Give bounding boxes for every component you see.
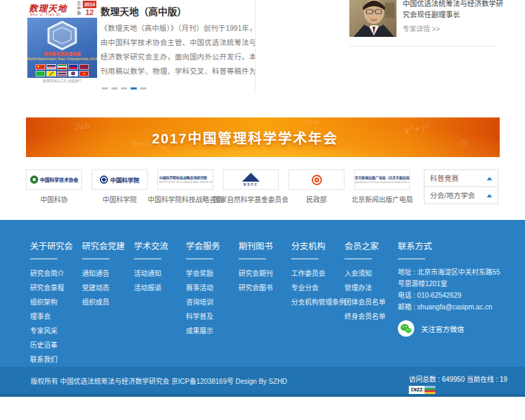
partner-caption: 中国科学院 bbox=[103, 194, 137, 204]
wechat-icon bbox=[398, 320, 414, 337]
panel-label: 分会/地方学会 bbox=[430, 191, 475, 199]
panel-science-contest[interactable]: 科普竞赛 bbox=[424, 169, 498, 187]
footer-link[interactable]: 研究会简介 bbox=[30, 266, 73, 281]
footer-link[interactable]: 研究会期刊 bbox=[239, 266, 273, 281]
flag-icon bbox=[57, 71, 67, 76]
carousel-dot[interactable] bbox=[121, 87, 127, 89]
partner-casisd[interactable]: 中国科学院科技战略咨询研究院 INSTITUTES OF SCIENCE AND… bbox=[157, 169, 213, 190]
cover-caption: 数理天地杂志社 出版发行 bbox=[27, 78, 97, 83]
flag-icon bbox=[68, 71, 78, 76]
cover-artwork: 世界数学团体锦标赛 World Mathematics Team Champio… bbox=[27, 18, 97, 78]
panel-label: 科普竞赛 bbox=[430, 174, 459, 182]
partner-cas[interactable]: 中国科学院 中国科学院 bbox=[92, 169, 148, 190]
footer-link[interactable]: 通知通告 bbox=[82, 266, 125, 281]
flag-icon bbox=[79, 71, 89, 76]
footer-link[interactable]: 科学普及 bbox=[186, 309, 220, 324]
partner-mca[interactable]: 民政部 bbox=[288, 169, 345, 190]
footer-link[interactable]: 工作委员会 bbox=[291, 266, 346, 281]
footer-link[interactable]: 咨询培训 bbox=[186, 295, 220, 309]
footer-column: 期刊图书研究会期刊研究会图书 bbox=[239, 239, 273, 295]
partner-caption: 中国科学院科技战略咨询 bbox=[148, 194, 223, 204]
contact-address: 地址 : 北京市海淀区中关村东路55号思源楼1201室 bbox=[398, 266, 506, 290]
stats-line: 访问总数 : 649950 当前在线 : 19 bbox=[409, 374, 507, 384]
footer-link[interactable]: 组织成员 bbox=[82, 295, 125, 309]
copyright-text: 版权所有 中国优选法统筹法与经济数学研究会 京ICP备12038169号 Des… bbox=[31, 376, 287, 386]
journal-description: 《数理天地（高中版）》（月刊）创刊于1991年，由中国科学技术协会主管、中国优选… bbox=[100, 21, 256, 79]
carousel-dot[interactable] bbox=[131, 87, 137, 89]
footer-column-title[interactable]: 学术交流 bbox=[134, 239, 168, 252]
title-underline bbox=[186, 258, 213, 260]
vertical-divider bbox=[255, 0, 256, 93]
carousel-dot[interactable] bbox=[111, 87, 118, 89]
bottom-bar: 版权所有 中国优选法统筹法与经济数学研究会 京ICP备12038169号 Des… bbox=[0, 367, 525, 397]
footer-link[interactable]: 组织架构 bbox=[30, 295, 73, 309]
nsfc-logo: NSFC bbox=[223, 169, 279, 190]
carousel-dot[interactable] bbox=[102, 87, 108, 89]
partner-caption: 北京新闻出版广电局 bbox=[351, 194, 413, 204]
footer-link[interactable]: 理事会 bbox=[30, 309, 73, 324]
footer-column-title[interactable]: 研究会党建 bbox=[82, 239, 125, 252]
footer-link[interactable]: 研究会章程 bbox=[30, 281, 73, 295]
title-underline bbox=[82, 258, 109, 260]
flag-icon bbox=[68, 64, 78, 70]
journal-title-link[interactable]: 数理天地（高中版） bbox=[100, 4, 187, 18]
hexagon-crystal-icon bbox=[46, 20, 79, 51]
footer-link[interactable]: 联系我们 bbox=[30, 352, 73, 367]
footer: 联系方式 地址 : 北京市海淀区中关村东路55号思源楼1201室 电话 : 01… bbox=[0, 220, 525, 367]
cnzz-stripes-icon bbox=[425, 386, 435, 394]
page: 数理天地 Shu Li Tian Di 高中版 2014 12 世界数学团体锦标… bbox=[0, 0, 525, 420]
footer-link[interactable]: 学会奖励 bbox=[186, 266, 220, 281]
footer-link[interactable]: 管理办法 bbox=[345, 281, 386, 295]
footer-link[interactable]: 研究会图书 bbox=[239, 281, 273, 295]
journal-cover-image[interactable]: 数理天地 Shu Li Tian Di 高中版 2014 12 世界数学团体锦标… bbox=[27, 0, 97, 83]
footer-link[interactable]: 团体会员名单 bbox=[345, 295, 386, 309]
partner-caption: 国家自然科学基金委员会 bbox=[213, 194, 288, 204]
wechat-label: 关注官方微信 bbox=[421, 324, 464, 334]
footer-column-title[interactable]: 分支机构 bbox=[291, 239, 346, 252]
footer-link[interactable]: 入会须知 bbox=[345, 266, 386, 281]
footer-link[interactable]: 分支机构管理条例 bbox=[291, 295, 346, 309]
bjpress-logo: 北京市新闻出版广电局（北京市版权局） Beijing Municipal Bur… bbox=[354, 169, 410, 190]
expert-summary: 中国优选法统筹法与经济数学研究会现任副理事长 专家详情 >> bbox=[403, 0, 507, 34]
partner-bjpress[interactable]: 北京市新闻出版广电局（北京市版权局） Beijing Municipal Bur… bbox=[354, 169, 410, 190]
cover-issue-number: 12 bbox=[83, 8, 96, 17]
partner-caption: 中国科协 bbox=[40, 194, 68, 204]
footer-link[interactable]: 活动报道 bbox=[134, 281, 168, 295]
panel-local-branches[interactable]: 分会/地方学会 bbox=[424, 186, 498, 204]
visits-label: 访问总数 bbox=[409, 376, 436, 383]
footer-link[interactable]: 终身会员名单 bbox=[345, 309, 386, 324]
expert-details-link[interactable]: 专家详情 >> bbox=[403, 23, 440, 33]
footer-link[interactable]: 赛事活动 bbox=[186, 281, 220, 295]
cover-pinyin: Shu Li Tian Di bbox=[30, 12, 61, 16]
cover-flags-row-1 bbox=[27, 64, 97, 70]
footer-column-title[interactable]: 会员之家 bbox=[345, 239, 386, 252]
cas-logo: 中国科学院 bbox=[92, 169, 148, 190]
partner-cast[interactable]: 中国科学技术协会 中国科协 bbox=[26, 169, 82, 190]
expert-role-text: 中国优选法统筹法与经济数学研究会现任副理事长 bbox=[403, 0, 507, 20]
conference-banner[interactable]: 2017中国管理科学学术年会 2ab-b±√b²-4acx²+y²2aa²-b² bbox=[26, 117, 500, 157]
footer-column-title[interactable]: 期刊图书 bbox=[239, 239, 273, 252]
cas-emblem-icon bbox=[100, 176, 108, 184]
footer-column-title[interactable]: 学会服务 bbox=[186, 239, 220, 252]
side-panels: 科普竞赛 分会/地方学会 bbox=[424, 169, 498, 204]
footer-link[interactable]: 党建动态 bbox=[82, 281, 125, 295]
wechat-follow[interactable]: 关注官方微信 bbox=[398, 320, 506, 337]
flag-icon bbox=[79, 64, 89, 70]
flag-icon bbox=[46, 71, 56, 76]
carousel-dot[interactable] bbox=[140, 87, 146, 89]
cover-subline: World Mathematics Team Championship 2014 bbox=[27, 57, 97, 61]
partner-nsfc[interactable]: NSFC 国家自然科学基金委员会 bbox=[223, 169, 279, 190]
title-underline bbox=[134, 258, 161, 260]
contact-title: 联系方式 bbox=[398, 239, 506, 252]
cast-emblem-icon bbox=[30, 176, 38, 184]
footer-link[interactable]: 历史沿革 bbox=[30, 338, 73, 352]
casisd-logo-subtext: INSTITUTES OF SCIENCE AND DEVELOPMENT bbox=[159, 180, 213, 184]
footer-link[interactable]: 成果展示 bbox=[186, 324, 220, 338]
footer-column-title[interactable]: 关于研究会 bbox=[30, 239, 73, 252]
expert-photo[interactable] bbox=[349, 0, 396, 37]
footer-link[interactable]: 活动通知 bbox=[134, 266, 168, 281]
footer-link[interactable]: 专家风采 bbox=[30, 324, 73, 338]
cnzz-counter-badge[interactable]: CNZZ bbox=[409, 386, 439, 394]
nsfc-mountain-icon bbox=[242, 173, 260, 182]
footer-link[interactable]: 专业分会 bbox=[291, 281, 346, 295]
